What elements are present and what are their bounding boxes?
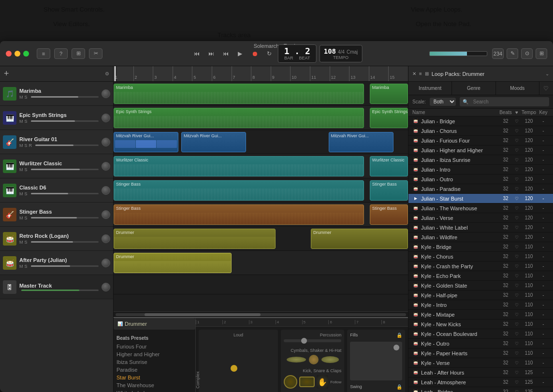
loop-grid-view[interactable]: ⊞ xyxy=(425,71,429,76)
library-button[interactable]: ≡ xyxy=(37,48,50,59)
fullscreen-button[interactable] xyxy=(23,51,29,57)
solo-btn-after-party[interactable]: S xyxy=(25,264,28,269)
add-track-button[interactable]: + xyxy=(4,69,9,79)
pan-knob-stinger-bass[interactable] xyxy=(102,210,110,219)
clip-river-guitar-1[interactable]: Mitzvah River Gui... xyxy=(114,132,178,152)
pan-knob-marimba[interactable] xyxy=(102,89,110,98)
volume-slider-master[interactable] xyxy=(21,290,99,291)
help-button[interactable]: ? xyxy=(54,48,68,59)
loop-item-julian-warehouse[interactable]: 🥁 Julian - The Warehouse 32 ♡ 120 - xyxy=(408,203,553,213)
loop-item-kyle-ocean-boulevard[interactable]: 🥁 Kyle - Ocean Boulevard 32 ♡ 110 - xyxy=(408,329,553,339)
tab-moods[interactable]: Moods xyxy=(496,82,539,95)
loop-item-kyle-verse[interactable]: 🥁 Kyle - Verse 32 ♡ 110 - xyxy=(408,358,553,368)
loop-item-julian-star-burst[interactable]: ▶ Julian - Star Burst 32 ♡ 120 - xyxy=(408,194,553,203)
volume-slider-wurlitzer[interactable] xyxy=(31,169,99,170)
clip-epic-synth[interactable]: Epic Synth Strings xyxy=(114,108,364,128)
loop-item-kyle-echo-park[interactable]: 🥁 Kyle - Echo Park 32 ♡ 110 - xyxy=(408,271,553,281)
volume-slider-epic-synth[interactable] xyxy=(31,120,99,122)
clip-drummer-logan-end[interactable]: Drummer xyxy=(311,229,408,249)
cycle-button[interactable]: ↻ xyxy=(263,49,275,58)
mute-btn-epic-synth[interactable]: M xyxy=(19,119,23,124)
record-arm-river-guitar[interactable]: R xyxy=(29,143,32,148)
go-to-start-button[interactable]: ⏮ xyxy=(220,49,232,58)
heart-tab[interactable]: ♡ xyxy=(539,82,553,95)
loop-item-kyle-crash[interactable]: 🥁 Kyle - Crash the Party 32 ♡ 110 - xyxy=(408,261,553,271)
track-item-stinger-bass[interactable]: 🎸 Stinger Bass M S xyxy=(0,203,113,227)
loop-item-julian-wildfire[interactable]: 🥁 Julian - Wildfire 32 ♡ 120 - xyxy=(408,232,553,242)
pan-knob-river-guitar[interactable] xyxy=(102,138,110,146)
feel-dot[interactable] xyxy=(231,365,237,372)
loop-item-leah-atmosphere[interactable]: 🥁 Leah - Atmosphere 32 ♡ 125 - xyxy=(408,377,553,387)
pan-knob-epic-synth[interactable] xyxy=(102,114,110,122)
track-item-retro-rock[interactable]: 🥁 Retro Rock (Logan) M S xyxy=(0,227,113,251)
solo-btn-retro-rock[interactable]: S xyxy=(25,240,28,245)
loop-item-julian-ibiza[interactable]: 🥁 Julian - Ibiza Sunrise 32 ♡ 120 - xyxy=(408,155,553,165)
percussion-knob[interactable] xyxy=(301,338,307,344)
mute-btn-retro-rock[interactable]: M xyxy=(19,240,23,245)
tempo-display[interactable]: 108 4/4 Cmaj TEMPO xyxy=(320,45,363,62)
solo-btn-epic-synth[interactable]: S xyxy=(25,119,28,124)
loop-item-julian-verse[interactable]: 🥁 Julian - Verse 32 ♡ 120 - xyxy=(408,213,553,223)
close-loop-browser[interactable]: ✕ xyxy=(412,71,416,76)
loop-item-kyle-chorus[interactable]: 🥁 Kyle - Chorus 32 ♡ 110 - xyxy=(408,252,553,261)
track-item-wurlitzer[interactable]: 🎹 Wurlitzer Classic M S xyxy=(0,154,113,178)
pan-knob-master[interactable] xyxy=(102,283,110,291)
pan-knob-after-party[interactable] xyxy=(102,259,110,267)
smart-controls-button[interactable]: ⊞ xyxy=(72,48,85,59)
fills-slider[interactable] xyxy=(350,342,402,380)
loop-item-julian-outro[interactable]: 🥁 Julian - Outro 32 ♡ 120 - xyxy=(408,174,553,184)
volume-slider-marimba[interactable] xyxy=(31,96,99,98)
loop-item-julian-white-label[interactable]: 🥁 Julian - White Label 32 ♡ 120 - xyxy=(408,223,553,232)
solo-btn-wurlitzer[interactable]: S xyxy=(25,167,28,172)
clip-stinger-2-end[interactable]: Stinger Bass xyxy=(370,204,408,225)
loops-button[interactable]: ⊙ xyxy=(521,48,533,59)
percussion-slider[interactable] xyxy=(284,339,341,342)
mute-btn-after-party[interactable]: M xyxy=(19,264,23,269)
loop-list-view[interactable]: ≡ xyxy=(419,71,422,76)
loop-item-kyle-half-pipe[interactable]: 🥁 Kyle - Half-pipe 32 ♡ 110 - xyxy=(408,290,553,300)
loop-item-julian-chorus[interactable]: 🥁 Julian - Chorus 32 ♡ 120 - xyxy=(408,126,553,136)
mute-btn-classic-d6[interactable]: M xyxy=(19,191,23,196)
clip-river-guitar-2[interactable]: Mitzvah River Gui... xyxy=(181,132,246,152)
track-item-marimba[interactable]: 🎵 Marimba M S xyxy=(0,82,113,106)
volume-slider-retro-rock[interactable] xyxy=(31,241,99,243)
search-input[interactable] xyxy=(470,98,546,105)
record-button[interactable]: ⏺ xyxy=(249,49,261,58)
loop-item-kyle-bridge[interactable]: 🥁 Kyle - Bridge 32 ♡ 110 - xyxy=(408,242,553,252)
tab-genre[interactable]: Genre xyxy=(452,82,495,95)
clip-drummer-logan[interactable]: Drummer xyxy=(114,229,276,249)
clip-wurlitzer[interactable]: Wurlitzer Classic xyxy=(114,156,364,176)
preset-furious-four[interactable]: Furious Four xyxy=(116,343,192,350)
drummer-feel-pad[interactable]: Loud Soft Complex xyxy=(199,330,278,392)
timeline-scrollbar[interactable] xyxy=(114,311,408,317)
solo-btn-river-guitar[interactable]: S xyxy=(25,143,28,148)
loop-item-julian-furious-four[interactable]: 🥁 Julian - Furious Four 32 ♡ 120 - xyxy=(408,136,553,145)
pan-knob-wurlitzer[interactable] xyxy=(102,162,110,171)
track-item-master[interactable]: 🎛 Master Track xyxy=(0,275,113,299)
preset-warehouse[interactable]: The Warehouse xyxy=(116,381,192,389)
mute-btn-river-guitar[interactable]: M xyxy=(19,143,23,148)
tab-instrument[interactable]: Instrument xyxy=(408,82,452,95)
solo-btn-marimba[interactable]: S xyxy=(25,95,28,100)
track-item-river-guitar[interactable]: 🎸 River Guitar 01 M S R xyxy=(0,130,113,154)
clip-marimba-end[interactable]: Marimba xyxy=(370,84,408,104)
track-item-after-party[interactable]: 🥁 After Party (Julian) M S xyxy=(0,251,113,275)
loop-item-kyle-outro[interactable]: 🥁 Kyle - Outro 32 ♡ 110 - xyxy=(408,339,553,348)
loop-item-julian-paradise[interactable]: 🥁 Julian - Paradise 32 ♡ 120 - xyxy=(408,184,553,194)
solo-btn-classic-d6[interactable]: S xyxy=(25,191,28,196)
fast-forward-button[interactable]: ⏭ xyxy=(205,49,217,58)
editors-button[interactable]: ✂ xyxy=(89,48,102,59)
preset-higher[interactable]: Higher and Higher xyxy=(116,350,192,358)
track-item-classic-d6[interactable]: 🎹 Classic D6 M S xyxy=(0,178,113,203)
clip-drummer-julian[interactable]: Drummer xyxy=(114,253,232,273)
pan-knob-retro-rock[interactable] xyxy=(102,234,110,243)
browser-button[interactable]: ⊞ xyxy=(536,48,547,59)
mute-btn-stinger-bass[interactable]: M xyxy=(19,216,23,220)
minimize-button[interactable] xyxy=(15,51,20,57)
tracks-options[interactable]: ⚙ xyxy=(105,71,109,76)
track-item-epic-synth[interactable]: 🎹 Epic Synth Strings M S xyxy=(0,106,113,130)
preset-white-label[interactable]: White Label xyxy=(116,389,192,392)
rewind-button[interactable]: ⏮ xyxy=(191,49,203,58)
close-button[interactable] xyxy=(6,51,12,57)
loop-item-julian-bridge[interactable]: 🥁 Julian - Bridge 32 ♡ 120 - xyxy=(408,116,553,126)
